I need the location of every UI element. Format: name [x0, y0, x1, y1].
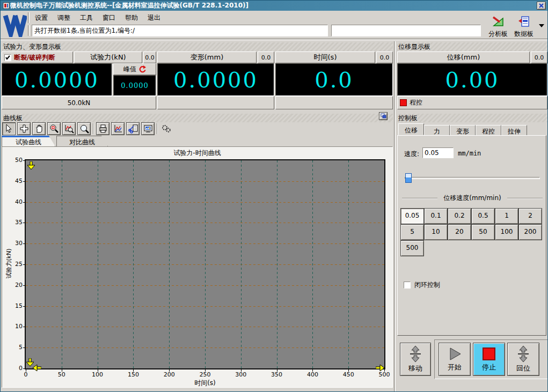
x-tick-label: 300 [230, 371, 252, 378]
display-settings-button[interactable] [141, 122, 155, 135]
speed-button-2[interactable]: 2 [518, 208, 542, 224]
start-button[interactable]: 开始 [439, 343, 471, 376]
deform-panel: 变形(mm) 0.0 0.0000 [157, 51, 274, 109]
gears-icon [162, 124, 171, 134]
speed-slider-thumb[interactable] [405, 173, 412, 183]
speed-button-200[interactable]: 200 [518, 224, 542, 240]
displacement-panel: 位移(mm) 0.0 0.00 程控 [397, 51, 547, 109]
y-tick-mark [23, 306, 25, 307]
gridline-vertical [205, 160, 206, 368]
deform-aux-value: 0.0 [258, 51, 274, 63]
speed-button-100[interactable]: 100 [495, 224, 518, 240]
control-tab-0[interactable]: 位移 [398, 123, 424, 135]
y-tick-label: 20 [3, 282, 23, 289]
menu-item-4[interactable]: 帮助 [123, 12, 140, 23]
x-tick-mark [277, 369, 277, 372]
speed-button-1[interactable]: 1 [495, 208, 518, 224]
axis-marker-top-icon[interactable] [27, 161, 35, 170]
y-tick-mark [23, 347, 25, 348]
speed-button-0.2[interactable]: 0.2 [448, 208, 471, 224]
gridline-vertical [312, 160, 313, 368]
x-axis-label: 时间(s) [26, 379, 384, 388]
title-bar[interactable]: 微机控制电子万能试验机测控系统--[金属材料室温拉伸试验(GB/T 228.1-… [1, 1, 547, 11]
speed-input[interactable] [422, 147, 454, 158]
force-value-display: 0.0000 [2, 63, 112, 96]
control-tab-strip: 位移力变形程控拉伸 [398, 123, 546, 135]
force-header: 试验力(kN) [74, 51, 142, 63]
print-button[interactable] [96, 122, 109, 135]
control-board-title: 控制板 [397, 114, 547, 122]
y-tick-label: 10 [3, 323, 23, 330]
pan-hand-button[interactable] [32, 122, 46, 135]
toolbar-overflow-chevron-icon[interactable] [539, 24, 544, 27]
closed-loop-label: 闭环控制 [414, 280, 440, 290]
play-icon [448, 347, 462, 361]
control-tab-3[interactable]: 程控 [476, 125, 501, 135]
force-aux-value: 0.0 [143, 51, 156, 63]
speed-slider-track[interactable] [405, 177, 540, 179]
menu-item-3[interactable]: 窗口 [100, 12, 118, 23]
time-panel: 时间(s) 0.0 0.0 [275, 51, 393, 109]
copy-curve-button[interactable] [126, 122, 140, 135]
gridline-vertical [133, 160, 134, 368]
y-tick-mark [23, 181, 25, 182]
cursor-icon [4, 124, 14, 134]
close-button[interactable] [537, 2, 546, 10]
menu-item-1[interactable]: 调整 [55, 12, 72, 23]
axis-marker-origin-left-icon[interactable] [33, 365, 41, 371]
gridline-vertical [169, 160, 170, 368]
curve-toolbar [2, 122, 393, 136]
crosshair-move-button[interactable] [17, 122, 31, 135]
peak-reset-button[interactable]: 峰值 [113, 63, 156, 75]
y-tick-label: 50 [3, 157, 23, 164]
control-tab-1[interactable]: 力 [424, 125, 450, 135]
speed-button-0.1[interactable]: 0.1 [424, 208, 448, 224]
speed-button-50[interactable]: 50 [471, 224, 495, 240]
menu-item-5[interactable]: 退出 [145, 12, 163, 23]
y-tick-mark [23, 202, 25, 203]
close-icon [538, 3, 544, 9]
break-judge-checkbox[interactable]: 断裂/破碎判断 [2, 51, 73, 63]
tab-test-curve[interactable]: 试验曲线 [2, 136, 55, 146]
zoom-curve-button[interactable] [62, 122, 76, 135]
control-tab-4[interactable]: 拉伸 [501, 125, 527, 135]
speed-button-0.5[interactable]: 0.5 [471, 208, 495, 224]
zoom-box-button[interactable] [47, 122, 61, 135]
home-button[interactable]: 回位 [507, 343, 539, 376]
speed-button-500[interactable]: 500 [400, 240, 424, 256]
menu-item-0[interactable]: 设置 [33, 12, 50, 23]
time-header: 时间(s) [275, 51, 375, 63]
stop-button[interactable]: 停止 [473, 343, 505, 376]
y-tick-label: 15 [3, 302, 23, 309]
marker-style-button[interactable] [159, 122, 173, 135]
speed-button-0.05[interactable]: 0.05 [400, 208, 424, 224]
peak-label: 峰值 [123, 65, 136, 74]
gridline-vertical [241, 160, 242, 368]
speed-button-5[interactable]: 5 [400, 224, 424, 240]
menu-item-2[interactable]: 工具 [78, 12, 95, 23]
zoom-button[interactable] [77, 122, 91, 135]
curve-settings-button[interactable] [111, 122, 125, 135]
speed-button-20[interactable]: 20 [448, 224, 471, 240]
control-tab-2[interactable]: 变形 [450, 125, 476, 135]
speed-button-grid: 0.050.10.20.5125102050100200500 [400, 208, 544, 257]
app-icon[interactable] [3, 2, 10, 9]
speed-button-10[interactable]: 10 [424, 224, 448, 240]
curve-board-title: 曲线板 [2, 114, 393, 122]
x-tick-label: 500 [374, 371, 395, 378]
deform-value-display: 0.0000 [157, 63, 274, 96]
analysis-board-button[interactable]: 分析板 [485, 15, 511, 38]
x-tick-mark [205, 369, 206, 372]
select-cursor-button[interactable] [2, 122, 16, 135]
move-button[interactable]: 移动 [400, 343, 431, 376]
x-tick-label: 150 [122, 371, 144, 378]
float-panel-button[interactable] [379, 112, 388, 120]
gridline-vertical [348, 160, 349, 368]
data-board-button[interactable]: 数据板 [511, 15, 537, 38]
force-panel: 断裂/破碎判断 试验力(kN) 0.0 0.0000 峰值 0.0000 50.… [2, 51, 156, 109]
checkbox-checked-icon [4, 54, 11, 61]
magnifier-icon [79, 124, 89, 134]
closed-loop-checkbox[interactable]: 闭环控制 [404, 280, 440, 290]
axis-marker-right-icon[interactable] [376, 365, 384, 371]
tab-compare-curve[interactable]: 对比曲线 [56, 136, 108, 146]
